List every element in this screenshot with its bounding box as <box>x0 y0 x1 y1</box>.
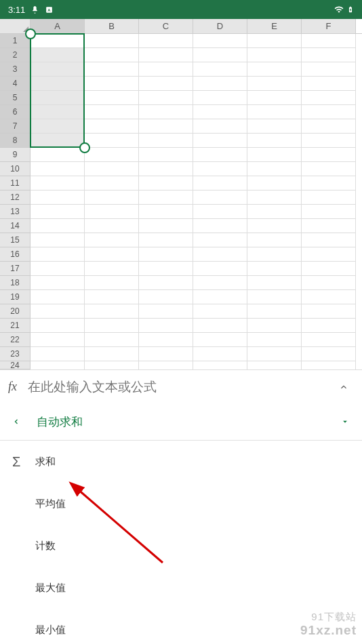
menu-item-label: 最大值 <box>35 582 66 595</box>
row-header[interactable]: 24 <box>0 361 31 369</box>
menu-header: 自动求和 <box>0 403 362 440</box>
svg-text:A: A <box>48 7 52 12</box>
row-header[interactable]: 4 <box>0 77 31 91</box>
watermark-line1: 91下载站 <box>300 611 357 623</box>
col-header-e[interactable]: E <box>247 19 302 33</box>
row-header[interactable]: 22 <box>0 333 31 347</box>
row-header[interactable]: 3 <box>0 62 31 77</box>
menu-item-label: 最小值 <box>35 624 66 637</box>
expand-icon[interactable] <box>334 382 354 392</box>
status-time: 3:11 <box>8 5 25 15</box>
row-header[interactable]: 21 <box>0 319 31 333</box>
formula-input[interactable] <box>28 380 334 395</box>
row-header[interactable]: 14 <box>0 219 31 233</box>
menu-item-average[interactable]: 平均值 <box>0 483 362 525</box>
chevron-down-icon[interactable] <box>340 417 350 426</box>
menu-item-count[interactable]: 计数 <box>0 525 362 567</box>
col-header-c[interactable]: C <box>139 19 193 33</box>
col-header-d[interactable]: D <box>193 19 247 33</box>
status-bar: 3:11 A <box>0 0 362 19</box>
col-header-b[interactable]: B <box>85 19 139 33</box>
col-header-a[interactable]: A <box>31 19 85 33</box>
app-badge-icon: A <box>45 5 54 14</box>
menu-title: 自动求和 <box>37 414 83 430</box>
formula-bar: fx <box>0 369 362 403</box>
selection-handle-top[interactable] <box>25 28 36 39</box>
wifi-icon <box>334 5 344 14</box>
row-header[interactable]: 8 <box>0 134 31 148</box>
row-header[interactable]: 20 <box>0 304 31 319</box>
row-header[interactable]: 9 <box>0 148 31 162</box>
row-header[interactable]: 7 <box>0 119 31 134</box>
row-header[interactable]: 17 <box>0 262 31 276</box>
menu-item-sum[interactable]: Σ 求和 <box>0 441 362 483</box>
row-header[interactable]: 11 <box>0 176 31 190</box>
cell-grid[interactable] <box>31 34 356 369</box>
fx-label[interactable]: fx <box>8 380 17 394</box>
row-header[interactable]: 23 <box>0 347 31 361</box>
sigma-icon: Σ <box>12 454 35 470</box>
row-header[interactable]: 2 <box>0 48 31 62</box>
col-header-f[interactable]: F <box>302 19 356 33</box>
row-header[interactable]: 12 <box>0 190 31 205</box>
menu-item-label: 计数 <box>35 540 56 552</box>
row-header[interactable]: 13 <box>0 205 31 219</box>
watermark-line2: 91xz.net <box>300 623 357 639</box>
selection-handle-bottom[interactable] <box>79 142 90 153</box>
row-header[interactable]: 5 <box>0 91 31 105</box>
watermark: 91下载站 91xz.net <box>300 611 357 639</box>
menu-item-label: 平均值 <box>35 498 66 510</box>
column-headers: A B C D E F <box>0 19 362 34</box>
row-header[interactable]: 18 <box>0 276 31 290</box>
spreadsheet: A B C D E F 1 2 3 4 5 6 7 8 9 10 11 12 1… <box>0 19 362 369</box>
row-header[interactable]: 6 <box>0 105 31 119</box>
row-header[interactable]: 16 <box>0 247 31 262</box>
row-headers: 1 2 3 4 5 6 7 8 9 10 11 12 13 14 15 16 1… <box>0 34 31 369</box>
row-header[interactable]: 19 <box>0 290 31 304</box>
back-icon[interactable] <box>12 416 37 427</box>
row-header[interactable]: 10 <box>0 162 31 176</box>
notification-icon <box>31 5 39 14</box>
menu-item-label: 求和 <box>35 456 56 468</box>
row-header[interactable]: 15 <box>0 233 31 247</box>
menu-item-max[interactable]: 最大值 <box>0 567 362 609</box>
battery-icon <box>347 4 354 15</box>
